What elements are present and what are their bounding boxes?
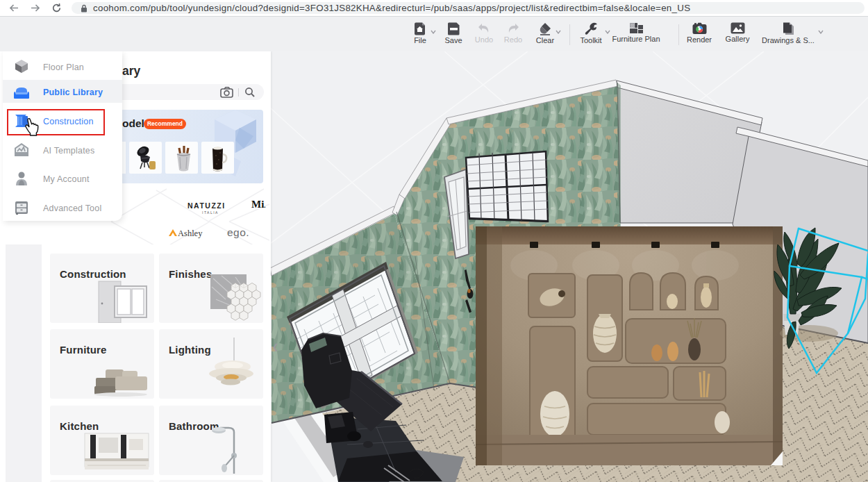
svg-text:❮: ❮	[272, 342, 278, 351]
